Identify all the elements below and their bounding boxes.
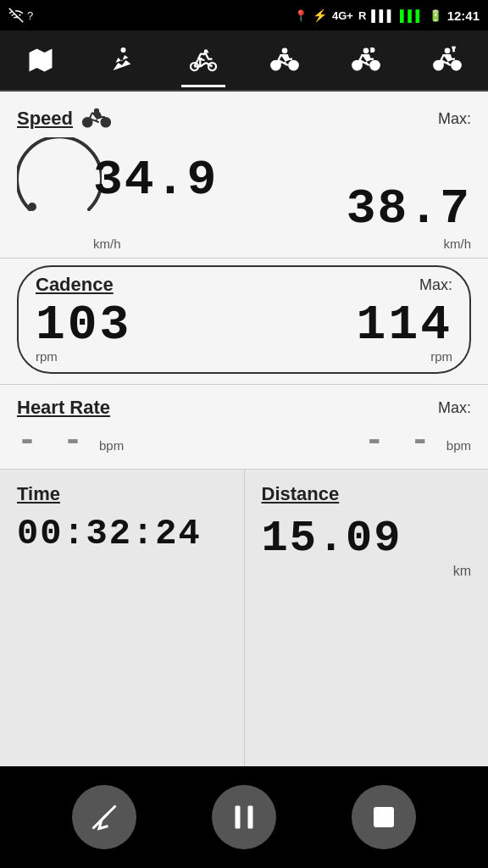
speed-title-group: Speed xyxy=(17,102,112,136)
time-distance-section: Time 00:32:24 Distance 15.09 km xyxy=(0,470,488,766)
speed-bike-icon xyxy=(81,102,112,136)
cadence-unit: rpm xyxy=(36,349,58,364)
cadence-header: Cadence Max: xyxy=(36,274,452,296)
nav-bar xyxy=(0,31,488,92)
heart-rate-max-value: - - xyxy=(364,422,433,460)
svg-point-14 xyxy=(452,61,461,70)
heart-rate-section: Heart Rate Max: - - bpm - - bpm xyxy=(0,385,488,470)
cadence-value: 103 xyxy=(36,298,131,353)
speed-section: Speed Max: 34.9 xyxy=(0,92,488,259)
wifi-icon: ? xyxy=(27,9,33,22)
stop-icon xyxy=(369,802,399,832)
map-icon xyxy=(22,42,59,79)
speed-max-label: Max: xyxy=(438,110,471,128)
nav-item-map[interactable] xyxy=(14,36,68,84)
time-label: Time xyxy=(17,483,227,505)
status-left: ? xyxy=(8,8,33,23)
svg-rect-21 xyxy=(235,806,240,829)
speed-label: Speed xyxy=(17,108,73,130)
time-value: 00:32:24 xyxy=(17,514,227,554)
heart-rate-value: - - xyxy=(17,422,86,460)
heart-rate-max-label: Max: xyxy=(438,399,471,417)
svg-point-12 xyxy=(370,61,380,70)
bike1-icon xyxy=(266,42,303,79)
pause-icon xyxy=(229,802,259,832)
run-icon xyxy=(103,42,141,79)
svg-point-20 xyxy=(28,203,36,211)
main-content: Speed Max: 34.9 xyxy=(0,92,488,766)
carrier-icon: R xyxy=(358,9,366,22)
cadence-box: Cadence Max: 103 114 rpm rpm xyxy=(17,265,471,374)
status-right: 📍 ⚡ 4G+ R ▌▌▌ ▌▌▌ 🔋 12:41 xyxy=(294,8,480,23)
heart-rate-header: Heart Rate Max: xyxy=(17,397,471,419)
cadence-label: Cadence xyxy=(36,274,114,296)
clear-button[interactable] xyxy=(72,785,136,849)
cadence-section: Cadence Max: 103 114 rpm rpm xyxy=(0,259,488,385)
heart-rate-right: - - bpm xyxy=(364,422,471,460)
heart-rate-unit: bpm xyxy=(99,438,124,453)
svg-rect-4 xyxy=(198,58,202,60)
speed-gauge xyxy=(17,137,102,222)
speed-value: 34.9 xyxy=(93,153,218,208)
status-bar: ? 📍 ⚡ 4G+ R ▌▌▌ ▌▌▌ 🔋 12:41 xyxy=(0,0,488,31)
indoor-bike-icon xyxy=(185,42,222,79)
distance-unit: km xyxy=(262,564,472,579)
signal-bars: ▌▌▌ xyxy=(371,9,395,22)
time-block: Time 00:32:24 xyxy=(0,470,245,766)
distance-value: 15.09 xyxy=(262,514,472,564)
heart-rate-label: Heart Rate xyxy=(17,397,110,419)
svg-point-18 xyxy=(101,118,110,127)
battery-icon: 🔋 xyxy=(429,9,442,22)
heart-rate-max-unit: bpm xyxy=(446,438,471,453)
svg-point-10 xyxy=(289,61,298,70)
broom-icon xyxy=(89,802,119,832)
bike2-icon xyxy=(347,42,385,79)
cadence-max-label: Max: xyxy=(419,276,452,294)
nav-item-bike3[interactable] xyxy=(420,36,474,84)
network-icon: ▌▌▌ xyxy=(400,9,424,22)
cadence-values: 103 114 xyxy=(36,298,452,353)
speed-unit: km/h xyxy=(93,236,121,251)
speed-max-value: 38.7 xyxy=(347,181,471,236)
bluetooth-icon: ⚡ xyxy=(313,8,327,22)
svg-point-0 xyxy=(121,47,126,53)
bottom-bar xyxy=(0,766,488,868)
distance-block: Distance 15.09 km xyxy=(245,470,489,766)
signal-label: 4G+ xyxy=(332,9,353,22)
bike3-icon xyxy=(429,42,466,79)
nav-item-bike2[interactable] xyxy=(339,36,393,84)
svg-point-19 xyxy=(95,109,99,114)
cadence-max-unit: rpm xyxy=(430,349,452,364)
pause-button[interactable] xyxy=(212,785,276,849)
speed-values: 34.9 38.7 xyxy=(17,137,471,236)
speed-max-unit: km/h xyxy=(443,236,471,251)
svg-rect-23 xyxy=(374,807,394,827)
time-display: 12:41 xyxy=(447,8,480,23)
svg-rect-22 xyxy=(247,806,252,829)
speed-header: Speed Max: xyxy=(17,102,471,136)
location-icon: 📍 xyxy=(294,9,308,22)
cadence-max-value: 114 xyxy=(357,298,452,353)
distance-label: Distance xyxy=(262,483,472,505)
nav-item-bike1[interactable] xyxy=(258,36,312,84)
nav-item-run[interactable] xyxy=(95,36,149,84)
stop-button[interactable] xyxy=(352,785,416,849)
heart-rate-values: - - bpm - - bpm xyxy=(17,422,471,460)
nav-item-indoor-bike[interactable] xyxy=(176,36,230,84)
